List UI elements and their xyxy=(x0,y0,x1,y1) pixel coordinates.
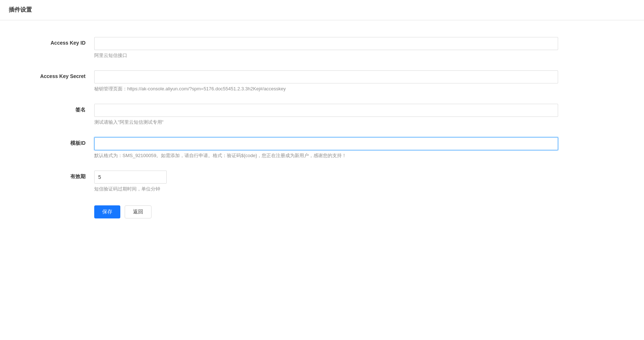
button-row-spacer xyxy=(22,204,94,207)
form-row-validity: 有效期 短信验证码过期时间，单位分钟 xyxy=(0,165,580,198)
input-template-id[interactable] xyxy=(94,137,558,150)
form-container: Access Key ID 阿里云短信接口 Access Key Secret … xyxy=(0,20,580,239)
field-wrapper-access-key-id: 阿里云短信接口 xyxy=(94,37,558,59)
field-wrapper-access-key-secret: 秘钥管理页面：https://ak-console.aliyun.com/?sp… xyxy=(94,70,558,92)
label-access-key-id: Access Key ID xyxy=(22,37,94,46)
field-wrapper-validity: 短信验证码过期时间，单位分钟 xyxy=(94,171,558,192)
input-access-key-id[interactable] xyxy=(94,37,558,50)
page-title: 插件设置 xyxy=(9,6,32,14)
save-button[interactable]: 保存 xyxy=(94,205,120,218)
page-header: 插件设置 xyxy=(0,0,644,20)
form-row-buttons: 保存 返回 xyxy=(0,198,580,224)
form-row-sign: 签名 测试请输入"阿里云短信测试专用" xyxy=(0,98,580,131)
hint-sign: 测试请输入"阿里云短信测试专用" xyxy=(94,119,558,126)
hint-template-id: 默认格式为：SMS_92100059。如需添加，请自行申请。格式：验证码${co… xyxy=(94,152,558,159)
hint-access-key-secret: 秘钥管理页面：https://ak-console.aliyun.com/?sp… xyxy=(94,86,558,92)
form-row-access-key-secret: Access Key Secret 秘钥管理页面：https://ak-cons… xyxy=(0,65,580,98)
hint-access-key-id: 阿里云短信接口 xyxy=(94,52,558,59)
input-access-key-secret[interactable] xyxy=(94,70,558,83)
back-button[interactable]: 返回 xyxy=(125,205,151,218)
field-wrapper-template-id: 默认格式为：SMS_92100059。如需添加，请自行申请。格式：验证码${co… xyxy=(94,137,558,159)
input-validity[interactable] xyxy=(94,171,167,184)
label-sign: 签名 xyxy=(22,104,94,113)
form-row-access-key-id: Access Key ID 阿里云短信接口 xyxy=(0,31,580,65)
btn-group: 保存 返回 xyxy=(94,205,558,218)
input-sign[interactable] xyxy=(94,104,558,117)
hint-validity: 短信验证码过期时间，单位分钟 xyxy=(94,186,558,192)
form-row-template-id: 模板ID 默认格式为：SMS_92100059。如需添加，请自行申请。格式：验证… xyxy=(0,131,580,165)
label-validity: 有效期 xyxy=(22,171,94,180)
label-access-key-secret: Access Key Secret xyxy=(22,70,94,79)
button-group: 保存 返回 xyxy=(94,204,558,218)
label-template-id: 模板ID xyxy=(22,137,94,147)
field-wrapper-sign: 测试请输入"阿里云短信测试专用" xyxy=(94,104,558,126)
